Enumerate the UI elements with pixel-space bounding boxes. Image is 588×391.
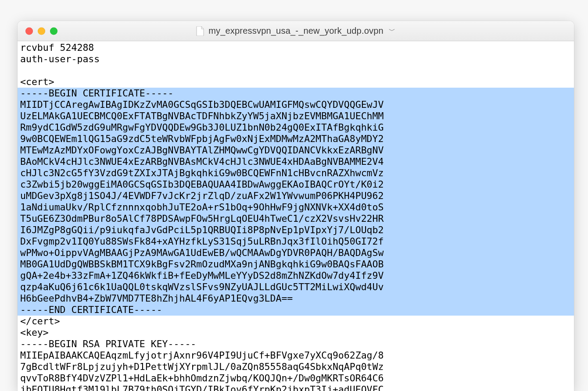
selected-text-line[interactable]: uMDGev3pXg8j1SO4J/4EVWDF7vJcKr2jrZlqD/zu… <box>18 190 574 202</box>
selected-text-line[interactable]: 9w0BCQEWEm1lQG15aG9zdC5teWRvbWFpbjAgFw0x… <box>18 133 574 145</box>
selected-text-line[interactable]: wPMwo+OippvVAgMBAAGjPzA9MAwGA1UdEwEB/wQC… <box>18 247 574 259</box>
text-line[interactable]: qvvToR8BfY4DVzVZPl1+HdLaEk+bhhOmdznZjwbq… <box>18 373 574 384</box>
text-line[interactable]: jbEQTU8Hgtf3M19lbL7B79th0SQjTGYD/IBkIov6… <box>18 384 574 391</box>
text-editor-content[interactable]: rcvbuf 524288auth-user-pass <cert>-----B… <box>18 41 574 391</box>
selected-text-line[interactable]: H6bGeePdhvB4+ZbW7VMD7TE8hZhjhAL4F6yAP1EQ… <box>18 293 574 304</box>
text-line[interactable]: rcvbuf 524288 <box>18 42 574 53</box>
text-line[interactable]: -----BEGIN RSA PRIVATE KEY----- <box>18 338 574 350</box>
text-line[interactable]: MIIEpAIBAAKCAQEAqzmLfyjotrjAxnr96V4PI9Uj… <box>18 350 574 361</box>
selected-text-line[interactable]: gQA+2e4b+33zFmA+1ZQ46kWkfiB+fEeDyMwMLeYY… <box>18 270 574 281</box>
window-title: my_expressvpn_usa_-_new_york_udp.ovpn <box>208 26 384 36</box>
traffic-lights <box>25 27 57 35</box>
selected-text-line[interactable]: T5uGE6Z3OdmPBur8o5AlCf78PDSAwpFOw5HrgLqO… <box>18 213 574 224</box>
text-line[interactable]: <key> <box>18 327 574 338</box>
selected-text-line[interactable]: MTEwMzAzMDYxOFowgYoxCzAJBgNVBAYTAlZHMQww… <box>18 145 574 156</box>
selected-text-line[interactable]: DxFvgmp2v1IQ0Yu88SWsFk84+xAYHzfkLyS31Sqj… <box>18 236 574 247</box>
chevron-down-icon[interactable]: ﹀ <box>389 27 395 35</box>
text-line[interactable]: </cert> <box>18 316 574 327</box>
document-file-icon <box>196 26 204 36</box>
text-line[interactable]: auth-user-pass <box>18 53 574 65</box>
selected-text-line[interactable]: c3Zwbi5jb20wggEiMA0GCSqGSIb3DQEBAQUAA4IB… <box>18 179 574 190</box>
window-titlebar[interactable]: my_expressvpn_usa_-_new_york_udp.ovpn ﹀ <box>18 21 574 41</box>
selected-text-line[interactable]: MIIDTjCCAregAwIBAgIDKzZvMA0GCSqGSIb3DQEB… <box>18 99 574 110</box>
selected-text-line[interactable]: BAoMCkV4cHJlc3NWUE4xEzARBgNVBAsMCkV4cHJl… <box>18 156 574 167</box>
selected-text-line[interactable]: 1aNdiumaUkv/RplCfznnnxqobhJuTE2oA+rS1bOq… <box>18 202 574 213</box>
text-editor-window: my_expressvpn_usa_-_new_york_udp.ovpn ﹀ … <box>18 21 574 391</box>
selected-text-line[interactable]: Rm9ydC1GdW5zdG9uMRgwFgYDVQQDEw9Gb3J0LUZ1… <box>18 122 574 133</box>
fullscreen-window-button[interactable] <box>50 27 57 35</box>
minimize-window-button[interactable] <box>38 27 45 35</box>
selected-text-line[interactable]: MB0GA1UdDgQWBBSkBM1TCX9kBgFsv2RmOzudMXa9… <box>18 259 574 270</box>
text-line[interactable]: 7gBcdltWFr8Lpjzujyh+D1PettWjXYrpmlJL/0aZ… <box>18 361 574 373</box>
selected-text-line[interactable]: UzELMAkGA1UECBMCQ0ExFTATBgNVBAcTDFNhbkZy… <box>18 110 574 122</box>
text-line[interactable]: <cert> <box>18 76 574 88</box>
selected-text-line[interactable]: -----END CERTIFICATE----- <box>18 304 574 316</box>
close-window-button[interactable] <box>25 27 33 35</box>
selected-text-line[interactable]: I6JMZgP8gGQii/p9iukqfaJvGdPciL5p1QRBUQIi… <box>18 224 574 236</box>
selected-text-line[interactable]: qzp4aKuQ6j61c6k1UaQQL0tskqWVzslSFvs9NZyU… <box>18 281 574 293</box>
text-line[interactable] <box>18 65 574 76</box>
title-center[interactable]: my_expressvpn_usa_-_new_york_udp.ovpn ﹀ <box>196 26 395 36</box>
selected-text-line[interactable]: cHJlc3N2cG5fY3VzdG9tZXIxJTAjBgkqhkiG9w0B… <box>18 167 574 179</box>
selected-text-line[interactable]: -----BEGIN CERTIFICATE----- <box>18 88 574 99</box>
